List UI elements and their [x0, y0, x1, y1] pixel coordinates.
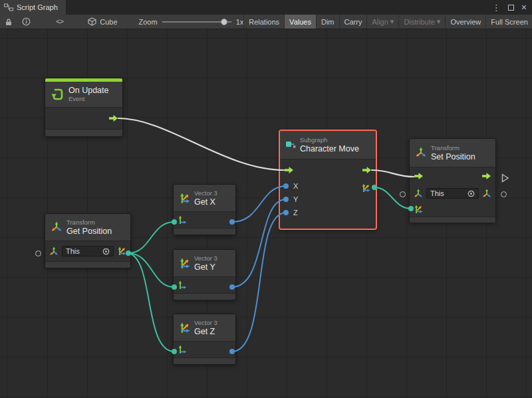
unconnected-value-port[interactable]: [501, 191, 507, 197]
control-output-port[interactable]: [481, 172, 491, 180]
chevron-down-icon: ▾: [390, 17, 394, 26]
node-subtitle: Event: [68, 95, 108, 103]
zoom-slider[interactable]: [162, 21, 231, 23]
vector3-type-icon: [178, 280, 187, 290]
node-footer: [45, 261, 130, 268]
chevron-down-icon: ▾: [437, 17, 441, 26]
this-target-dropdown[interactable]: This: [62, 246, 114, 256]
target-name: Cube: [100, 18, 117, 26]
this-input-port[interactable]: [35, 250, 41, 256]
vector3-icon: [179, 193, 190, 204]
node-subtitle: Subgraph: [300, 136, 359, 144]
node-footer: [410, 217, 495, 223]
this-input-port[interactable]: [400, 191, 406, 197]
vector3-type-icon: [178, 215, 187, 225]
graph-target[interactable]: Cube: [88, 17, 117, 26]
subgraph-icon: [285, 140, 296, 150]
control-output-port[interactable]: [362, 166, 372, 174]
wire-onupdate-to-charactermove[interactable]: [118, 118, 284, 170]
values-button[interactable]: Values: [284, 15, 316, 29]
wire-gety-to-y[interactable]: [232, 199, 286, 287]
code-icon: <>: [56, 18, 63, 26]
node-subtitle: Vector 3: [194, 254, 217, 262]
node-footer: [45, 129, 122, 136]
titlebar: Script Graph ⋮ ×: [0, 0, 532, 15]
node-title: Character Move: [300, 144, 359, 153]
vector3-output-type-icon: [361, 183, 370, 193]
info-icon: [22, 17, 31, 26]
node-title: Set Position: [431, 152, 475, 161]
relations-button[interactable]: Relations: [243, 15, 284, 29]
node-subtitle: Vector 3: [194, 319, 217, 327]
zoom-label: Zoom: [139, 18, 158, 26]
script-graph-icon: [4, 3, 13, 11]
align-dropdown[interactable]: Align ▾: [366, 15, 398, 29]
wire-getz-to-z[interactable]: [232, 213, 286, 351]
zoom-value: 1x: [236, 18, 244, 26]
vector3-icon: [179, 258, 190, 269]
overview-button[interactable]: Overview: [445, 15, 485, 29]
node-get-x[interactable]: Vector 3 Get X: [173, 184, 236, 235]
tab-title: Script Graph: [17, 3, 58, 11]
close-icon[interactable]: ×: [521, 3, 527, 12]
node-footer: [174, 293, 235, 300]
dim-button[interactable]: Dim: [316, 15, 339, 29]
graph-toolbar: <> Cube Zoom 1x Relations Values Dim Car…: [0, 15, 532, 29]
transform-type-icon: [414, 189, 423, 198]
control-output-port[interactable]: [108, 114, 118, 122]
node-footer: [174, 357, 235, 364]
node-get-z[interactable]: Vector 3 Get Z: [173, 314, 236, 365]
node-title: Get X: [194, 197, 217, 207]
tab-script-graph[interactable]: Script Graph: [0, 0, 66, 15]
node-title: On Update: [68, 86, 108, 95]
target-icon: [102, 248, 110, 255]
cube-icon: [88, 17, 96, 26]
vector3-type-icon: [178, 345, 187, 354]
full-screen-button[interactable]: Full Screen: [485, 15, 532, 29]
input-y-label: Y: [293, 195, 298, 203]
zoom-slider-knob[interactable]: [221, 19, 227, 25]
node-title: Get Position: [66, 227, 112, 236]
transform-output-type-icon: [482, 189, 491, 198]
node-get-y[interactable]: Vector 3 Get Y: [173, 249, 236, 300]
info-button[interactable]: [17, 15, 35, 29]
graph-canvas[interactable]: On Update Event: [0, 29, 532, 398]
node-subtitle: Vector 3: [194, 189, 217, 197]
lock-button[interactable]: [0, 15, 17, 29]
wire-getposition-to-getx[interactable]: [128, 222, 174, 253]
transform-type-icon: [49, 247, 59, 256]
wire-getposition-to-getz[interactable]: [128, 253, 174, 351]
wire-charactermove-to-setposition[interactable]: [372, 170, 414, 177]
vector3-type-icon: [414, 205, 423, 214]
this-target-dropdown[interactable]: This: [426, 188, 479, 199]
lock-icon: [5, 18, 13, 26]
kebab-menu-icon[interactable]: ⋮: [492, 3, 501, 12]
input-x-label: X: [293, 182, 298, 190]
vector3-icon: [179, 322, 190, 334]
node-title: Get Y: [194, 262, 217, 272]
node-subtitle: Transform: [66, 219, 112, 227]
node-subtitle: Transform: [431, 144, 475, 152]
vector3-type-icon: [117, 247, 126, 256]
script-graph-window: Script Graph ⋮ × <>: [0, 0, 532, 398]
distribute-dropdown[interactable]: Distribute ▾: [398, 15, 445, 29]
wire-charactermove-to-setposition-value[interactable]: [374, 187, 411, 209]
wire-getx-to-x[interactable]: [232, 186, 286, 222]
target-icon: [467, 190, 475, 197]
input-z-label: Z: [293, 209, 298, 217]
control-input-port[interactable]: [414, 172, 424, 180]
node-get-position[interactable]: Transform Get Position This: [45, 213, 131, 268]
maximize-icon[interactable]: [508, 5, 514, 11]
wire-getposition-to-gety[interactable]: [128, 253, 174, 287]
node-title: Get Z: [194, 327, 217, 336]
edit-source-button[interactable]: <>: [51, 15, 68, 29]
transform-icon: [51, 221, 63, 233]
unconnected-control-port[interactable]: [501, 173, 509, 183]
control-input-port[interactable]: [284, 166, 294, 174]
transform-icon: [415, 147, 427, 159]
node-on-update[interactable]: On Update Event: [45, 78, 123, 137]
node-footer: [174, 228, 235, 235]
node-character-move[interactable]: Subgraph Character Move X Y Z: [279, 130, 376, 229]
node-set-position[interactable]: Transform Set Position: [409, 138, 496, 223]
carry-button[interactable]: Carry: [339, 15, 367, 29]
